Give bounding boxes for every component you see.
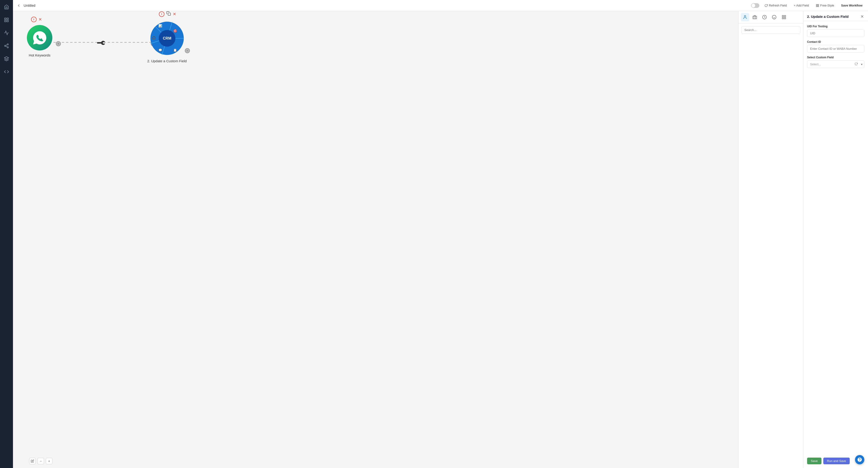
svg-rect-2 (7, 20, 8, 22)
back-button[interactable] (17, 3, 21, 8)
topbar: Untitled Refresh Field + Add Field Free-… (13, 0, 868, 11)
zoom-in-button[interactable]: + (46, 458, 52, 464)
main-container: Untitled Refresh Field + Add Field Free-… (13, 0, 868, 468)
svg-point-33 (187, 51, 188, 51)
uid-label: UID For Testing (807, 25, 864, 28)
search-panel-content (739, 23, 803, 37)
crm-node[interactable]: i ✕ (147, 20, 187, 63)
uid-input[interactable] (807, 29, 864, 37)
svg-rect-41 (784, 15, 786, 17)
contact-id-label: Contact ID (807, 40, 864, 43)
sidebar (0, 0, 13, 468)
person-tab[interactable] (741, 13, 749, 21)
svg-rect-10 (816, 4, 817, 5)
search-panel (738, 11, 803, 468)
svg-rect-0 (5, 18, 6, 20)
crm-circle-svg: CRM 🎯 📊 🎧 💬 📋 (149, 20, 185, 56)
page-title: Untitled (24, 3, 35, 7)
briefcase-tab[interactable] (751, 13, 759, 21)
pencil-button[interactable] (29, 458, 36, 464)
help-button[interactable] (855, 455, 864, 464)
canvas[interactable]: i ✕ Hot Keywords (13, 11, 738, 468)
contact-id-field-group: Contact ID (807, 40, 864, 53)
svg-point-5 (5, 45, 6, 46)
crm-info-icon[interactable]: i (159, 11, 164, 17)
svg-point-34 (744, 15, 746, 17)
svg-rect-1 (7, 18, 8, 20)
dashboard-icon[interactable] (2, 16, 11, 24)
freestyle-button[interactable]: Free-Style (814, 3, 836, 8)
crm-connector-dot[interactable] (185, 48, 190, 53)
emoji-tab[interactable] (770, 13, 778, 21)
svg-marker-9 (4, 57, 8, 59)
svg-rect-42 (784, 18, 786, 19)
svg-line-7 (6, 46, 7, 47)
select-refresh-icon[interactable] (855, 62, 858, 66)
panel-close-button[interactable] (860, 14, 864, 19)
panel-tabs (739, 11, 803, 23)
run-and-save-button[interactable]: Run and Save (823, 458, 850, 464)
svg-point-37 (772, 15, 776, 19)
search-input[interactable] (741, 26, 800, 34)
share-icon[interactable] (2, 42, 11, 50)
refresh-field-button[interactable]: Refresh Field (763, 3, 788, 8)
save-button[interactable]: Save (807, 458, 822, 464)
select-wrapper: Select... ▾ (807, 60, 864, 68)
panels-wrapper: 2. Update a Custom Field UID For Testing (738, 11, 868, 468)
panel-title: 2. Update a Custom Field (807, 14, 848, 19)
crm-copy-icon[interactable] (166, 11, 171, 17)
whatsapp-close-icon[interactable]: ✕ (38, 17, 42, 22)
bottom-controls: − + (29, 458, 52, 464)
svg-text:🎯: 🎯 (173, 29, 177, 33)
svg-rect-11 (818, 4, 819, 5)
add-field-button[interactable]: + Add Field (792, 3, 811, 8)
whatsapp-icon (27, 25, 52, 51)
svg-rect-13 (816, 6, 817, 7)
clock-tab[interactable] (760, 13, 769, 21)
svg-rect-12 (818, 6, 819, 7)
whatsapp-node-label: Hot Keywords (29, 53, 50, 57)
save-workflow-button[interactable]: Save Workflow (839, 3, 864, 8)
contact-id-input[interactable] (807, 45, 864, 53)
layers-icon[interactable] (2, 55, 11, 63)
crm-close-icon[interactable]: ✕ (173, 11, 176, 16)
svg-point-4 (7, 44, 8, 45)
detail-panel: 2. Update a Custom Field UID For Testing (803, 11, 868, 468)
panel-header: 2. Update a Custom Field (803, 11, 868, 21)
canvas-area: i ✕ Hot Keywords (13, 11, 868, 468)
wrench-icon (94, 37, 107, 50)
crm-node-label: 2. Update a Custom Field (147, 59, 187, 63)
code-icon[interactable] (2, 68, 11, 76)
uid-field-group: UID For Testing (807, 25, 864, 37)
svg-rect-35 (753, 16, 757, 19)
select-custom-field-label: Select Custom Field (807, 56, 864, 59)
panel-content: UID For Testing Contact ID Select Custom… (803, 21, 868, 458)
svg-text:📊: 📊 (158, 24, 162, 28)
svg-rect-40 (782, 15, 784, 17)
svg-text:📋: 📋 (173, 48, 177, 52)
grid-tab[interactable] (780, 13, 788, 21)
svg-text:🎧: 🎧 (152, 36, 156, 40)
zoom-out-button[interactable]: − (37, 458, 44, 464)
svg-rect-3 (5, 20, 6, 22)
toggle-switch[interactable] (751, 3, 760, 8)
chart-icon[interactable] (2, 29, 11, 37)
svg-text:CRM: CRM (163, 36, 171, 40)
topbar-actions: Refresh Field + Add Field Free-Style Sav… (751, 3, 864, 8)
svg-rect-18 (168, 13, 171, 15)
svg-text:💬: 💬 (158, 48, 162, 52)
connector-dot-left[interactable] (56, 41, 61, 46)
svg-line-8 (6, 45, 7, 45)
home-icon[interactable] (2, 3, 11, 11)
svg-rect-43 (782, 18, 784, 19)
select-custom-field-group: Select Custom Field Select... (807, 56, 864, 68)
whatsapp-info-icon[interactable]: i (31, 16, 37, 22)
whatsapp-node[interactable]: i ✕ Hot Keywords (27, 25, 52, 57)
svg-point-6 (7, 47, 8, 48)
